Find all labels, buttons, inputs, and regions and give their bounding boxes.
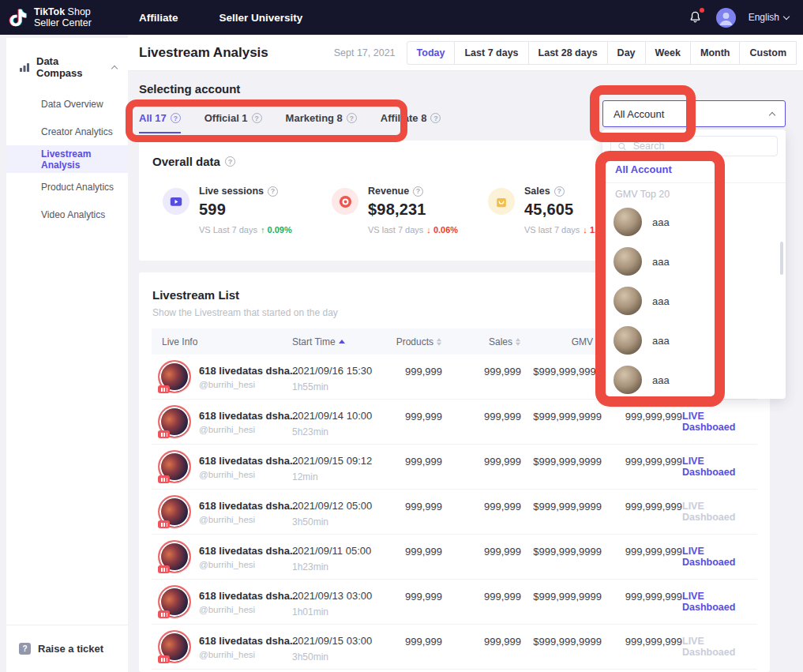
account-tab[interactable]: Official 1 ? xyxy=(205,109,262,133)
livestream-title: 618 livedatas dsha... xyxy=(199,590,292,602)
products-value: 999,999 xyxy=(388,400,442,444)
metric-label: Live sessions xyxy=(199,186,264,197)
metric-label: Revenue xyxy=(368,186,409,197)
sidebar-item[interactable]: Video Analytics xyxy=(6,201,128,228)
account-option[interactable]: aaa xyxy=(602,360,786,399)
live-dashboard-link[interactable]: LIVE Dashboaed xyxy=(682,411,757,433)
live-dashboard-link[interactable]: LIVE Dashboaed xyxy=(682,456,757,478)
account-option[interactable]: aaa xyxy=(602,321,786,360)
sidebar-section-data-compass[interactable]: Data Compass xyxy=(6,38,128,90)
help-icon[interactable]: ? xyxy=(413,186,423,197)
viewers-value: 999,999,999 xyxy=(602,490,682,534)
notifications-bell-icon[interactable] xyxy=(688,9,704,25)
account-select[interactable]: All Account xyxy=(602,100,786,127)
top-bar: TikTok Shop Seller Center Affiliate Sell… xyxy=(0,0,803,35)
metric-label: Sales xyxy=(524,186,550,197)
account-avatar xyxy=(614,208,642,236)
live-dashboard-link[interactable]: LIVE Dashboaed xyxy=(682,546,757,568)
account-name: aaa xyxy=(652,256,670,268)
sidebar-section-label: Data Compass xyxy=(36,55,106,79)
raise-ticket-button[interactable]: ? Raise a ticket xyxy=(6,625,128,672)
livestream-thumbnail xyxy=(158,360,191,393)
account-option[interactable]: aaa xyxy=(602,281,786,321)
account-tab[interactable]: Affiliate 8 ? xyxy=(381,109,441,133)
sales-value: 999,999 xyxy=(442,445,521,489)
account-tab[interactable]: Marketing 8 ? xyxy=(286,109,357,133)
livestream-thumbnail xyxy=(158,585,191,618)
account-name: aaa xyxy=(652,335,670,347)
help-icon[interactable]: ? xyxy=(554,186,565,197)
arrow-up-icon: ↑ xyxy=(261,225,265,235)
account-search-input[interactable] xyxy=(632,140,771,152)
products-value: 999,999 xyxy=(388,625,442,669)
sidebar-item[interactable]: Data Overview xyxy=(6,90,128,118)
live-dashboard-link[interactable]: LIVE Dashboaed xyxy=(682,501,757,523)
date-range-button[interactable]: Month xyxy=(690,41,740,65)
account-name: aaa xyxy=(652,295,670,307)
date-range-button[interactable]: Day xyxy=(607,41,646,65)
account-tab[interactable]: All 17 ? xyxy=(139,109,181,133)
account-option[interactable]: aaa xyxy=(602,202,786,242)
topbar-right: English xyxy=(688,8,803,28)
start-time-value: 2021/09/14 10:00 xyxy=(292,410,388,422)
arrow-down-icon: ↓ xyxy=(583,225,587,235)
column-start-time[interactable]: Start Time xyxy=(292,336,388,347)
live-dashboard-link[interactable]: LIVE Dashboaed xyxy=(682,591,757,613)
livestream-thumbnail xyxy=(158,495,191,528)
account-option[interactable]: aaa xyxy=(602,242,786,281)
question-square-icon: ? xyxy=(19,643,31,655)
sales-value: 999,999 xyxy=(442,490,521,534)
logo-brand: TikTok xyxy=(34,6,65,17)
table-row: 618 livedatas dsha... @burrihi_hesi 2021… xyxy=(152,580,757,625)
duration-value: 5h23min xyxy=(292,426,388,437)
date-range-button[interactable]: Week xyxy=(645,41,691,65)
user-avatar[interactable] xyxy=(716,8,736,28)
products-value: 999,999 xyxy=(388,490,442,534)
date-range-button[interactable]: Today xyxy=(407,41,456,65)
nav-seller-university[interactable]: Seller University xyxy=(214,11,307,24)
sidebar-item[interactable]: Creator Analytics xyxy=(6,118,128,145)
livestream-handle: @burrihi_hesi xyxy=(199,560,292,569)
compare-label: VS Last 7 days xyxy=(199,225,257,235)
column-products[interactable]: Products xyxy=(388,336,442,347)
table-row: 618 livedatas dsha... @burrihi_hesi 2021… xyxy=(152,400,757,445)
dropdown-scrollbar[interactable] xyxy=(780,242,783,275)
duration-value: 1h55min xyxy=(292,381,388,392)
account-dropdown: All Account GMV Top 20 aaa aaa aaa aaa a… xyxy=(602,130,786,399)
language-selector[interactable]: English xyxy=(749,12,789,23)
start-time-value: 2021/09/12 05:00 xyxy=(292,500,388,512)
livestream-title: 618 livedatas dsha... xyxy=(199,365,292,377)
sidebar-item[interactable]: Livestream Analysis xyxy=(6,145,128,173)
live-badge-icon xyxy=(158,655,170,663)
help-icon[interactable]: ? xyxy=(225,156,235,167)
live-dashboard-link[interactable]: LIVE Dashboaed xyxy=(682,636,757,658)
sales-value: 999,999 xyxy=(442,535,521,579)
page-header: Livestream Analysis Sept 17, 2021 TodayL… xyxy=(128,35,803,71)
date-range-button[interactable]: Last 7 days xyxy=(454,41,528,65)
date-range-button[interactable]: Custom xyxy=(739,41,797,65)
sidebar-item[interactable]: Product Analytics xyxy=(6,173,128,201)
date-range-button[interactable]: Last 28 days xyxy=(528,41,608,65)
metric-value: 45,605 xyxy=(524,201,614,219)
nav-affiliate[interactable]: Affiliate xyxy=(134,11,183,24)
sort-asc-icon xyxy=(339,340,345,344)
column-gmv[interactable]: GMV xyxy=(521,336,602,347)
chevron-up-icon xyxy=(111,65,118,71)
viewers-value: 999,999,999 xyxy=(602,580,682,624)
help-icon: ? xyxy=(171,113,181,123)
option-all-account[interactable]: All Account xyxy=(602,156,786,183)
duration-value: 1h23min xyxy=(292,561,388,573)
livestream-thumbnail xyxy=(158,630,191,663)
column-sales[interactable]: Sales xyxy=(442,336,521,347)
tiktok-shop-logo[interactable]: TikTok Shop Seller Center xyxy=(0,6,92,28)
livestream-title: 618 livedatas dsha... xyxy=(199,455,292,467)
livestream-thumbnail xyxy=(158,405,191,438)
sales-value: 999,999 xyxy=(442,400,521,444)
help-icon[interactable]: ? xyxy=(268,186,278,197)
account-tab-label: Affiliate 8 xyxy=(381,112,427,124)
sidebar-menu: Data OverviewCreator AnalyticsLivestream… xyxy=(6,90,128,228)
logo-line2: Seller Center xyxy=(34,17,92,28)
livestream-title: 618 livedatas dsha... xyxy=(199,410,292,422)
search-icon xyxy=(617,141,627,152)
page-title: Livestream Analysis xyxy=(139,45,268,61)
